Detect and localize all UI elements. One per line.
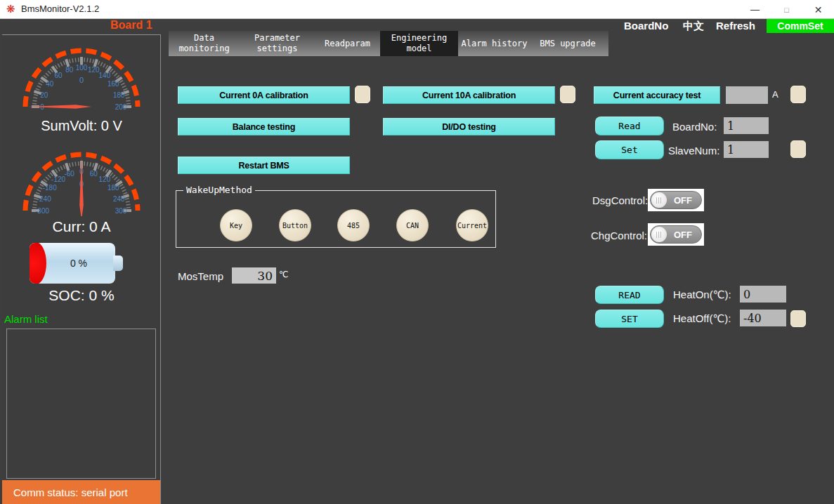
tab-parameter-settings[interactable]: Parameter settings (240, 31, 315, 56)
svg-text:40: 40 (46, 80, 54, 88)
current-gauge: -300-240-180-120-600601201802403000 (19, 145, 144, 216)
svg-text:-180: -180 (43, 184, 57, 192)
maximize-button[interactable]: □ (771, 0, 802, 19)
set-board-button[interactable]: Set (595, 140, 664, 159)
svg-text:-120: -120 (51, 175, 65, 183)
minimize-button[interactable]: — (739, 0, 771, 19)
dsgcontrol-state: OFF (674, 195, 692, 206)
battery-percent-label: 0 % (46, 243, 111, 284)
svg-text:180: 180 (113, 91, 125, 99)
commset-button[interactable]: CommSet (767, 19, 834, 33)
current-caption: Curr: 0 A (2, 218, 161, 235)
app-gear-icon: ❋ (6, 3, 15, 15)
toggle-knob-icon (651, 192, 667, 208)
wakeup-key-button[interactable]: Key (220, 209, 252, 241)
heat-set-button[interactable]: SET (595, 310, 664, 328)
tab-data-monitoring[interactable]: Data monitoring (169, 31, 240, 56)
boardno-input[interactable]: 1 (724, 117, 769, 134)
heatoff-status-box[interactable] (790, 310, 806, 327)
svg-text:80: 80 (65, 66, 74, 74)
window-title: BmsMonitor-V2.1.2 (21, 4, 99, 14)
comm-status-text: Comm status: serial port (13, 486, 128, 498)
soc-caption: SOC: 0 % (2, 287, 161, 304)
slavenum-label: SlaveNum: (668, 145, 719, 157)
restart-bms-button[interactable]: Restart BMS (178, 157, 350, 174)
current-accuracy-test-button[interactable]: Current accuracy test (594, 86, 720, 104)
current-10a-calibration-button[interactable]: Current 10A calibration (383, 86, 555, 104)
svg-text:-240: -240 (37, 195, 51, 203)
svg-text:140: 140 (99, 72, 111, 79)
heatoff-label: HeatOff(℃): (673, 312, 731, 325)
heaton-input[interactable]: 0 (740, 286, 786, 303)
tab-readparam[interactable]: Readparam (315, 31, 380, 56)
title-bar: ❋ BmsMonitor-V2.1.2 — □ ✕ (0, 0, 834, 19)
svg-text:300: 300 (115, 207, 127, 215)
svg-text:0: 0 (79, 76, 84, 84)
read-board-button[interactable]: Read (595, 117, 664, 135)
battery-terminal (113, 256, 123, 271)
svg-text:-60: -60 (64, 170, 74, 178)
svg-text:180: 180 (107, 184, 119, 192)
current-0a-calibration-button[interactable]: Current 0A calibration (178, 86, 350, 104)
current-0a-status-box[interactable] (355, 86, 370, 103)
svg-text:60: 60 (55, 72, 63, 79)
alarm-list[interactable] (6, 329, 156, 479)
wakeup-method-group: WakeUpMethod Key Button 485 CAN Current (176, 190, 496, 248)
wakeup-method-legend: WakeUpMethod (183, 185, 255, 195)
close-button[interactable]: ✕ (802, 0, 834, 19)
heat-read-button[interactable]: READ (595, 286, 664, 304)
heaton-label: HeatOn(℃): (673, 289, 731, 301)
board-label: Board 1 (110, 19, 152, 32)
svg-text:120: 120 (88, 66, 100, 74)
wakeup-485-button[interactable]: 485 (337, 209, 370, 241)
sumvolt-caption: SumVolt: 0 V (2, 118, 161, 134)
alarm-list-title: Alarm list (4, 313, 48, 325)
svg-text:160: 160 (107, 80, 119, 88)
balance-testing-button[interactable]: Balance testing (178, 118, 350, 135)
chgcontrol-label: ChgControl: (591, 230, 647, 241)
svg-text:-300: -300 (35, 207, 49, 215)
tab-bms-upgrade[interactable]: BMS upgrade (530, 31, 605, 56)
tab-alarm-history[interactable]: Alarm history (458, 31, 530, 56)
heatoff-input[interactable]: -40 (740, 310, 786, 326)
svg-text:20: 20 (40, 91, 48, 99)
svg-text:200: 200 (115, 103, 127, 111)
boardno-link[interactable]: BoardNo (624, 20, 668, 32)
refresh-link[interactable]: Refresh (716, 20, 755, 32)
svg-text:120: 120 (99, 175, 111, 183)
comm-status-bar: Comm status: serial port (2, 480, 160, 504)
language-link[interactable]: 中文 (683, 20, 704, 33)
accuracy-status-box[interactable] (790, 86, 806, 103)
boardno-label: BoardNo: (672, 121, 717, 133)
mostemp-unit-label: ℃ (279, 270, 288, 279)
sumvolt-gauge: 0204060801001201401601802000 (19, 41, 144, 112)
wakeup-current-button[interactable]: Current (456, 209, 488, 241)
svg-text:100: 100 (76, 64, 88, 72)
toggle-knob-icon (651, 227, 667, 242)
battery-soc-indicator: 0 % (30, 243, 125, 284)
chgcontrol-toggle[interactable]: OFF (648, 223, 704, 246)
current-10a-status-box[interactable] (560, 86, 575, 103)
tab-engineering-model[interactable]: Engineering model (380, 31, 458, 56)
sidebar-panel: 0204060801001201401601802000 SumVolt: 0 … (2, 34, 161, 504)
accuracy-value-field[interactable] (726, 86, 768, 104)
svg-text:60: 60 (90, 170, 98, 178)
bms-monitor-window: ❋ BmsMonitor-V2.1.2 — □ ✕ Board 1 BoardN… (0, 0, 834, 504)
accuracy-unit-label: A (772, 89, 778, 100)
battery-level-fill (30, 243, 46, 284)
wakeup-button-button[interactable]: Button (279, 209, 311, 241)
slavenum-input[interactable]: 1 (724, 141, 769, 158)
slavenum-status-box[interactable] (790, 140, 806, 158)
chgcontrol-state: OFF (674, 230, 692, 240)
dido-testing-button[interactable]: DI/DO testing (383, 118, 555, 135)
dsgcontrol-toggle[interactable]: OFF (648, 189, 704, 211)
tab-bar: Data monitoring Parameter settings Readp… (169, 31, 608, 56)
svg-text:240: 240 (113, 195, 125, 203)
mostemp-input[interactable]: 30 (232, 267, 276, 284)
mostemp-label: MosTemp (178, 270, 223, 282)
dsgcontrol-label: DsgControl: (592, 194, 648, 206)
wakeup-can-button[interactable]: CAN (396, 209, 429, 241)
